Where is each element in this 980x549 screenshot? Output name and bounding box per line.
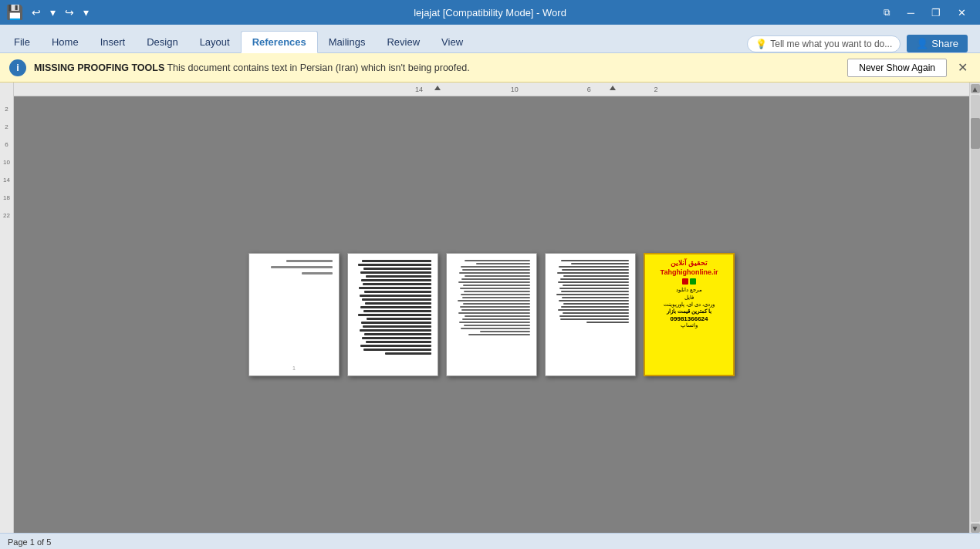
tab-mailings[interactable]: Mailings xyxy=(318,32,377,52)
never-show-again-button[interactable]: Never Show Again xyxy=(847,59,947,77)
ruler-num: 2 xyxy=(5,106,8,113)
info-message-text: This document contains text in Persian (… xyxy=(164,62,469,73)
word-icon: 💾 xyxy=(6,4,23,21)
page-1-text xyxy=(255,260,333,276)
page-1-footnote: 1 xyxy=(249,365,339,371)
page-3-text xyxy=(453,260,530,335)
undo-redo-group: ↩ ▾ ↪ ▾ xyxy=(28,4,93,21)
ad-desc1: وردی، دی ای، پاورپوینت xyxy=(664,301,715,308)
tab-insert[interactable]: Insert xyxy=(90,32,137,52)
page-2 xyxy=(347,253,438,376)
page-1-content xyxy=(249,254,339,376)
lightbulb-icon: 💡 xyxy=(755,39,767,49)
share-icon: 👤 xyxy=(916,38,928,49)
vertical-ruler: 2 2 6 10 14 18 22 xyxy=(0,83,14,533)
ad-content: تحقیق آنلاینTahghighonline.ir مرجع دانلو… xyxy=(645,254,733,375)
restore-button[interactable]: ❐ xyxy=(924,0,948,25)
scrollbar-down-button[interactable]: ▼ xyxy=(971,524,980,533)
tab-references[interactable]: References xyxy=(241,31,318,53)
status-bar: Page 1 of 5 xyxy=(0,533,980,549)
ribbon: File Home Insert Design Layout Reference… xyxy=(0,25,980,53)
ad-contact: واتساپ xyxy=(681,322,698,328)
ad-desc2: با کمترین قیمت بازار xyxy=(667,308,711,315)
ribbon-search-area: 💡 Tell me what you want to do... 👤 Share xyxy=(747,35,977,52)
title-bar-left: 💾 ↩ ▾ ↪ ▾ xyxy=(6,4,93,21)
ad-icons xyxy=(682,278,696,285)
info-bold-text: MISSING PROOFING TOOLS xyxy=(34,62,164,73)
tab-file[interactable]: File xyxy=(3,32,41,52)
restore-down-button[interactable]: ⧉ xyxy=(876,0,898,25)
ruler-num: 2 xyxy=(5,123,8,130)
page-3-content xyxy=(447,254,536,376)
document-canvas: 14 10 6 2 xyxy=(14,83,969,533)
tab-view[interactable]: View xyxy=(431,32,474,52)
pages-row: 1 xyxy=(248,253,735,376)
undo-button[interactable]: ↩ xyxy=(28,4,45,21)
close-button[interactable]: ✕ xyxy=(950,0,974,25)
vertical-scrollbar[interactable]: ▲ ▼ xyxy=(969,83,980,533)
tab-layout[interactable]: Layout xyxy=(189,32,241,52)
window-controls: ⧉ ─ ❐ ✕ xyxy=(876,0,974,25)
ruler-label-14: 14 xyxy=(415,86,423,93)
ribbon-tab-bar: File Home Insert Design Layout Reference… xyxy=(0,25,980,52)
horizontal-ruler: 14 10 6 2 xyxy=(14,83,969,96)
ruler-num: 10 xyxy=(3,159,10,166)
ruler-label-10: 10 xyxy=(511,86,519,93)
ruler-num: 18 xyxy=(3,194,10,201)
close-info-button[interactable]: ✕ xyxy=(955,60,971,75)
info-bar: i MISSING PROOFING TOOLS This document c… xyxy=(0,53,980,83)
minimize-button[interactable]: ─ xyxy=(900,0,922,25)
ad-title: تحقیق آنلاینTahghighonline.ir xyxy=(661,259,718,277)
page-info: Page 1 of 5 xyxy=(8,537,51,547)
info-message: MISSING PROOFING TOOLS This document con… xyxy=(34,62,840,73)
tell-me-box[interactable]: 💡 Tell me what you want to do... xyxy=(747,35,901,52)
ad-subtitle: مرجع دانلودفایل xyxy=(676,286,702,301)
page-4-content xyxy=(546,254,635,376)
page-3 xyxy=(446,253,537,376)
ruler-num: 14 xyxy=(3,177,10,184)
search-hint: Tell me what you want to do... xyxy=(770,39,892,49)
ruler-label-2: 2 xyxy=(654,86,657,93)
ruler-label-6: 6 xyxy=(587,86,591,93)
ruler-num: 6 xyxy=(5,141,8,148)
ruler-right-marker xyxy=(610,86,616,90)
ruler-num: 22 xyxy=(3,212,10,219)
page-1: 1 xyxy=(248,253,340,376)
ad-phone: 09981366624 xyxy=(671,315,708,322)
title-bar: 💾 ↩ ▾ ↪ ▾ lejajat [Compatibility Mode] -… xyxy=(0,0,980,25)
info-icon: i xyxy=(9,59,26,76)
page-2-text xyxy=(354,260,431,355)
scrollbar-up-button[interactable]: ▲ xyxy=(971,84,980,93)
window-title: lejajat [Compatibility Mode] - Word xyxy=(414,7,566,19)
document-view-area: 1 xyxy=(14,96,969,533)
tab-home[interactable]: Home xyxy=(41,32,90,52)
undo-dropdown[interactable]: ▾ xyxy=(46,4,59,21)
redo-button[interactable]: ↪ xyxy=(61,4,78,21)
page-5-ad: تحقیق آنلاینTahghighonline.ir مرجع دانلو… xyxy=(644,253,735,376)
main-content: 2 2 6 10 14 18 22 14 10 6 2 xyxy=(0,83,980,533)
page-2-content xyxy=(348,254,438,376)
scrollbar-thumb[interactable] xyxy=(971,118,980,149)
tab-design[interactable]: Design xyxy=(136,32,188,52)
tab-review[interactable]: Review xyxy=(376,32,431,52)
page-4 xyxy=(545,253,636,376)
ruler-left-marker xyxy=(434,86,441,90)
page-4-text xyxy=(552,260,629,323)
share-button[interactable]: 👤 Share xyxy=(907,35,968,52)
share-label: Share xyxy=(931,38,958,49)
customize-qat-button[interactable]: ▾ xyxy=(79,4,93,21)
scrollbar-track[interactable] xyxy=(971,95,980,522)
